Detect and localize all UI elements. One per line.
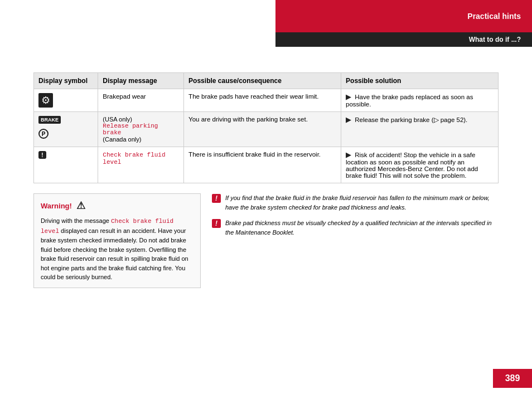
- cause-text-2: You are driving with the parking brake s…: [188, 116, 308, 123]
- warning-title: Warning! ⚠: [41, 199, 194, 212]
- cause-text-1: The brake pads have reached their wear l…: [188, 93, 318, 100]
- message-red-2: Release parking brake: [103, 123, 179, 136]
- col-header-cause: Possible cause/consequence: [184, 73, 341, 89]
- table-row: ! Check brake fluid level There is insuf…: [34, 147, 499, 183]
- warning-box: Warning! ⚠ Driving with the message Chec…: [33, 193, 201, 288]
- info-icon-1: !: [212, 194, 221, 203]
- canada-label: (Canada only): [103, 136, 179, 143]
- what-to-do-bar: What to do if ...?: [275, 32, 532, 47]
- info-boxes: ! If you find that the brake fluid in th…: [212, 193, 499, 288]
- practical-hints-title: Practical hints: [467, 12, 521, 21]
- solution-text-1: Have the brake pads replaced as soon as …: [346, 94, 473, 108]
- arrow-icon-3: ▶: [346, 152, 351, 158]
- solution-text-2: Release the parking brake (▷ page 52).: [355, 116, 467, 123]
- info-box-2: ! Brake pad thickness must be visually c…: [212, 218, 499, 237]
- col-header-message: Display message: [98, 73, 184, 89]
- col-header-solution: Possible solution: [341, 73, 499, 89]
- info-icon-2: !: [212, 219, 221, 228]
- table-row: BRAKE P (USA only) Release parking brake…: [34, 112, 499, 147]
- info-table: Display symbol Display message Possible …: [33, 72, 499, 183]
- gear-warning-icon: ⚙: [38, 93, 53, 108]
- info-text-1: If you find that the brake fluid in the …: [225, 193, 499, 212]
- arrow-icon-1: ▶: [346, 94, 351, 100]
- solution-text-3: Risk of accident! Stop the vehicle in a …: [346, 152, 478, 179]
- warning-body: Driving with the message Check brake flu…: [41, 216, 194, 282]
- arrow-icon-2: ▶: [346, 116, 351, 123]
- message-red-3: Check brake fluid level: [103, 152, 165, 166]
- table-row: ⚙ Brakepad wear The brake pads have reac…: [34, 89, 499, 112]
- page-number: 389: [493, 369, 532, 388]
- practical-hints-bar: Practical hints: [275, 0, 532, 32]
- what-to-do-label: What to do if ...?: [469, 36, 521, 43]
- usa-label: (USA only): [103, 116, 179, 123]
- symbol-cell-2: BRAKE P: [34, 112, 98, 147]
- symbol-cell-1: ⚙: [34, 89, 98, 112]
- message-text-1: Brakepad wear: [103, 93, 146, 100]
- cause-cell-3: There is insufficient brake fluid in the…: [184, 147, 341, 183]
- warning-triangle-icon: ⚠: [76, 199, 85, 212]
- exclamation-icon: !: [38, 151, 46, 159]
- p-circle-icon: P: [38, 127, 93, 139]
- col-header-symbol: Display symbol: [34, 73, 98, 89]
- info-text-2: Brake pad thickness must be visually che…: [225, 218, 499, 237]
- brake-icon: BRAKE: [38, 116, 93, 125]
- message-cell-3: Check brake fluid level: [98, 147, 184, 183]
- warning-title-text: Warning!: [41, 202, 72, 210]
- cause-cell-1: The brake pads have reached their wear l…: [184, 89, 341, 112]
- warning-section: Warning! ⚠ Driving with the message Chec…: [33, 193, 499, 288]
- header: Practical hints What to do if ...?: [275, 0, 532, 47]
- cause-text-3: There is insufficient brake fluid in the…: [188, 151, 321, 158]
- info-box-1: ! If you find that the brake fluid in th…: [212, 193, 499, 212]
- cause-cell-2: You are driving with the parking brake s…: [184, 112, 341, 147]
- message-cell-1: Brakepad wear: [98, 89, 184, 112]
- message-cell-2: (USA only) Release parking brake (Canada…: [98, 112, 184, 147]
- symbol-cell-3: !: [34, 147, 98, 183]
- warning-code-text: Check brake fluid level: [41, 218, 173, 235]
- solution-cell-2: ▶ Release the parking brake (▷ page 52).: [341, 112, 499, 147]
- main-content: Display symbol Display message Possible …: [33, 72, 499, 288]
- solution-cell-3: ▶ Risk of accident! Stop the vehicle in …: [341, 147, 499, 183]
- solution-cell-1: ▶ Have the brake pads replaced as soon a…: [341, 89, 499, 112]
